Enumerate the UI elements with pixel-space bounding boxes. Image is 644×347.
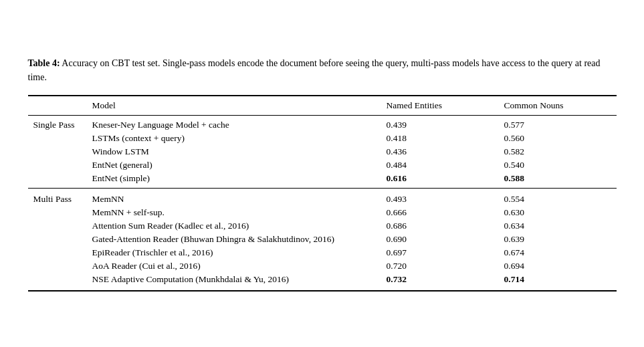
ne-value: 0.616	[381, 172, 499, 189]
table-row: Window LSTM0.4360.582	[28, 145, 617, 158]
col-header-cn: Common Nouns	[499, 96, 617, 116]
section-label: Single Pass	[28, 115, 87, 132]
table-row: LSTMs (context + query)0.4180.560	[28, 132, 617, 145]
section-label: Multi Pass	[28, 188, 87, 206]
col-header-model: Model	[87, 96, 381, 116]
table-row: Gated-Attention Reader (Bhuwan Dhingra &…	[28, 233, 617, 246]
model-name: AoA Reader (Cui et al., 2016)	[87, 259, 381, 273]
ne-value: 0.690	[381, 233, 499, 246]
table-row: NSE Adaptive Computation (Munkhdalai & Y…	[28, 273, 617, 291]
section-label	[28, 158, 87, 172]
table-row: Multi PassMemNN0.4930.554	[28, 188, 617, 206]
model-name: LSTMs (context + query)	[87, 132, 381, 145]
col-header-ne: Named Entities	[381, 96, 499, 116]
model-name: Window LSTM	[87, 145, 381, 158]
table-row: EpiReader (Trischler et al., 2016)0.6970…	[28, 246, 617, 259]
ne-value: 0.436	[381, 145, 499, 158]
model-name: NSE Adaptive Computation (Munkhdalai & Y…	[87, 273, 381, 291]
cn-value: 0.582	[499, 145, 617, 158]
section-label	[28, 132, 87, 145]
section-label	[28, 172, 87, 189]
cn-value: 0.714	[499, 273, 617, 291]
ne-value: 0.418	[381, 132, 499, 145]
ne-value: 0.439	[381, 115, 499, 132]
table-row: MemNN + self-sup.0.6660.630	[28, 206, 617, 219]
model-name: EntNet (general)	[87, 158, 381, 172]
cn-value: 0.639	[499, 233, 617, 246]
model-name: Gated-Attention Reader (Bhuwan Dhingra &…	[87, 233, 381, 246]
section-label	[28, 259, 87, 273]
table-row: EntNet (simple)0.6160.588	[28, 172, 617, 189]
section-label	[28, 273, 87, 291]
table-row: Single PassKneser-Ney Language Model + c…	[28, 115, 617, 132]
cn-value: 0.588	[499, 172, 617, 189]
section-label	[28, 233, 87, 246]
cn-value: 0.634	[499, 219, 617, 233]
cn-value: 0.554	[499, 188, 617, 206]
cn-value: 0.694	[499, 259, 617, 273]
caption-label: Table 4:	[28, 58, 60, 68]
model-name: EpiReader (Trischler et al., 2016)	[87, 246, 381, 259]
model-name: EntNet (simple)	[87, 172, 381, 189]
table-row: EntNet (general)0.4840.540	[28, 158, 617, 172]
col-header-rowlabel	[28, 96, 87, 116]
table-row: Attention Sum Reader (Kadlec et al., 201…	[28, 219, 617, 233]
ne-value: 0.493	[381, 188, 499, 206]
ne-value: 0.686	[381, 219, 499, 233]
ne-value: 0.697	[381, 246, 499, 259]
ne-value: 0.720	[381, 259, 499, 273]
caption-text: Accuracy on CBT test set. Single-pass mo…	[28, 58, 601, 82]
cn-value: 0.560	[499, 132, 617, 145]
section-label	[28, 219, 87, 233]
ne-value: 0.732	[381, 273, 499, 291]
accuracy-table: Model Named Entities Common Nouns Single…	[28, 95, 617, 292]
model-name: Kneser-Ney Language Model + cache	[87, 115, 381, 132]
model-name: Attention Sum Reader (Kadlec et al., 201…	[87, 219, 381, 233]
table-caption: Table 4: Accuracy on CBT test set. Singl…	[28, 56, 617, 84]
ne-value: 0.666	[381, 206, 499, 219]
cn-value: 0.577	[499, 115, 617, 132]
section-label	[28, 145, 87, 158]
table-row: AoA Reader (Cui et al., 2016)0.7200.694	[28, 259, 617, 273]
table-container: Table 4: Accuracy on CBT test set. Singl…	[28, 56, 617, 292]
cn-value: 0.630	[499, 206, 617, 219]
section-label	[28, 206, 87, 219]
cn-value: 0.674	[499, 246, 617, 259]
cn-value: 0.540	[499, 158, 617, 172]
ne-value: 0.484	[381, 158, 499, 172]
section-label	[28, 246, 87, 259]
model-name: MemNN	[87, 188, 381, 206]
model-name: MemNN + self-sup.	[87, 206, 381, 219]
